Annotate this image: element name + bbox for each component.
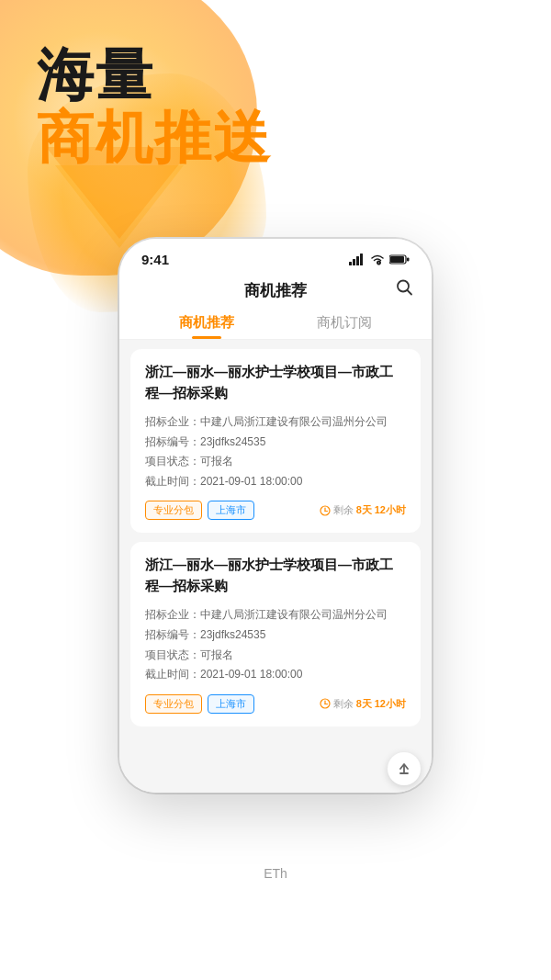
tab-bar: 商机推荐 商机订阅 [119, 305, 432, 340]
tags-left-1: 专业分包 上海市 [145, 501, 254, 520]
battery-icon [389, 253, 410, 265]
company-value: 中建八局浙江建设有限公司温州分公司 [200, 415, 388, 428]
clock-icon [320, 505, 331, 516]
remaining-time-2: 剩余8天12小时 [320, 697, 406, 711]
hero-text-block: 海量 商机推送 [37, 44, 272, 169]
wifi-icon [370, 253, 385, 265]
status-label-2: 项目状态： [145, 648, 200, 661]
svg-rect-5 [390, 256, 404, 263]
deadline-label: 截止时间： [145, 475, 200, 488]
status-time: 9:41 [141, 252, 169, 267]
tab-recommend[interactable]: 商机推荐 [138, 305, 276, 339]
tags-left-2: 专业分包 上海市 [145, 694, 254, 714]
company-label-2: 招标企业： [145, 608, 200, 621]
content-area: 浙江—丽水—丽水护士学校项目—市政工程—招标采购 招标企业：中建八局浙江建设有限… [119, 340, 432, 745]
svg-rect-1 [353, 259, 355, 265]
remaining-hours-2: 12小时 [375, 697, 406, 711]
top-nav: 商机推荐 [119, 273, 432, 305]
status-bar: 9:41 [119, 239, 432, 273]
remaining-prefix: 剩余 [333, 503, 354, 517]
svg-line-8 [408, 290, 412, 295]
scroll-top-icon [397, 761, 411, 776]
hero-line2: 商机推送 [37, 107, 272, 169]
remaining-days: 8天 [356, 503, 372, 517]
svg-rect-3 [360, 253, 363, 265]
phone-screen: 9:41 [119, 239, 432, 793]
company-label: 招标企业： [145, 415, 200, 428]
card-2-meta: 招标企业：中建八局浙江建设有限公司温州分公司 招标编号：23jdfks24535… [145, 605, 406, 684]
remaining-prefix-2: 剩余 [333, 697, 354, 711]
scroll-top-button[interactable] [388, 752, 421, 785]
tag-city-2: 上海市 [208, 694, 254, 714]
signal-icon [349, 253, 365, 265]
card-2-title: 浙江—丽水—丽水护士学校项目—市政工程—招标采购 [145, 555, 406, 596]
tag-type-2: 专业分包 [145, 694, 202, 714]
eth-label: ETh [264, 866, 287, 881]
remaining-time-1: 剩余8天12小时 [320, 503, 406, 517]
code-label: 招标编号： [145, 435, 200, 448]
code-value: 23jdfks24535 [200, 435, 265, 448]
svg-rect-6 [407, 258, 410, 262]
tag-type: 专业分包 [145, 501, 202, 520]
card-1[interactable]: 浙江—丽水—丽水护士学校项目—市政工程—招标采购 招标企业：中建八局浙江建设有限… [130, 349, 421, 533]
card-1-meta: 招标企业：中建八局浙江建设有限公司温州分公司 招标编号：23jdfks24535… [145, 412, 406, 491]
nav-title: 商机推荐 [244, 280, 307, 301]
card-1-tags: 专业分包 上海市 剩余8天12小时 [145, 501, 406, 520]
clock-icon-2 [320, 698, 331, 709]
search-button[interactable] [395, 277, 413, 300]
deadline-label-2: 截止时间： [145, 668, 200, 681]
code-value-2: 23jdfks24535 [200, 628, 265, 641]
status-label: 项目状态： [145, 455, 200, 467]
status-icons [349, 253, 410, 265]
deadline-value: 2021-09-01 18:00:00 [200, 475, 302, 488]
card-1-title: 浙江—丽水—丽水护士学校项目—市政工程—招标采购 [145, 362, 406, 403]
card-2[interactable]: 浙江—丽水—丽水护士学校项目—市政工程—招标采购 招标企业：中建八局浙江建设有限… [130, 542, 421, 726]
hero-line1: 海量 [37, 44, 272, 107]
company-value-2: 中建八局浙江建设有限公司温州分公司 [200, 608, 388, 621]
status-value: 可报名 [200, 455, 233, 467]
phone-mockup: 9:41 [119, 239, 432, 793]
tab-subscribe[interactable]: 商机订阅 [276, 305, 413, 339]
status-value-2: 可报名 [200, 648, 233, 661]
remaining-hours: 12小时 [375, 503, 406, 517]
remaining-days-2: 8天 [356, 697, 372, 711]
tag-city: 上海市 [208, 501, 254, 520]
card-2-tags: 专业分包 上海市 剩余8天12小时 [145, 694, 406, 714]
svg-rect-0 [349, 262, 352, 265]
bottom-bar [119, 745, 432, 793]
code-label-2: 招标编号： [145, 628, 200, 641]
svg-rect-2 [356, 256, 359, 265]
deadline-value-2: 2021-09-01 18:00:00 [200, 668, 302, 681]
